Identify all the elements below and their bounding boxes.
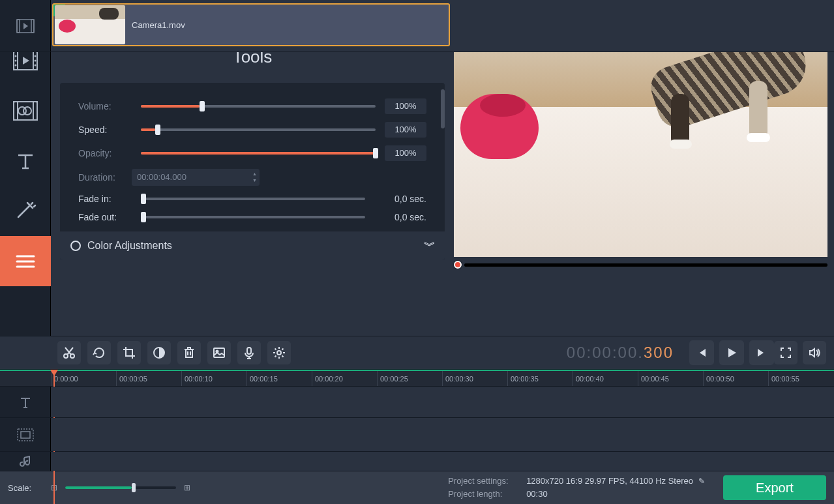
ruler-tick: 00:00:40 xyxy=(573,371,638,386)
ruler-tick: 00:00:25 xyxy=(377,371,442,386)
edit-settings-icon[interactable]: ✎ xyxy=(698,475,705,488)
track-overlay-head[interactable] xyxy=(0,418,51,451)
ruler-tick: 00:00:30 xyxy=(442,371,507,386)
opacity-slider[interactable] xyxy=(141,152,376,155)
track-overlay-body[interactable] xyxy=(51,418,834,451)
toolbar-row: 00:00:00.300 xyxy=(0,336,834,370)
crop-button[interactable] xyxy=(117,341,141,364)
fadein-label: Fade in: xyxy=(78,194,132,204)
track-video-body[interactable]: ★ Camera1.mov xyxy=(51,0,834,52)
fadein-value: 0,0 sec. xyxy=(374,194,426,204)
track-video: ★ Camera1.mov xyxy=(0,0,834,52)
svg-point-15 xyxy=(277,351,281,355)
rail-effects[interactable] xyxy=(0,186,51,236)
svg-marker-3 xyxy=(23,57,29,65)
left-rail xyxy=(0,35,51,336)
props-scrollbar[interactable] xyxy=(441,89,445,128)
svg-rect-5 xyxy=(14,102,18,120)
next-frame-button[interactable] xyxy=(749,340,774,365)
track-audio-head[interactable] xyxy=(0,452,51,471)
ruler-tick: 00:00:10 xyxy=(181,371,246,386)
track-audio-body[interactable] xyxy=(51,452,834,471)
clip-settings-button[interactable] xyxy=(267,341,291,364)
progress-playhead-icon[interactable] xyxy=(454,261,462,269)
prop-speed: Speed: 100% xyxy=(60,118,445,141)
clip-name: Camera1.mov xyxy=(132,20,185,30)
timeline: 0:00:00 00:00:05 00:00:10 00:00:15 00:00… xyxy=(0,370,834,471)
duration-label: Duration: xyxy=(78,172,132,183)
record-button[interactable] xyxy=(237,341,261,364)
preview-pane xyxy=(450,35,834,336)
ruler-tick: 00:00:55 xyxy=(768,371,833,386)
volume-slider[interactable] xyxy=(141,105,376,108)
track-titles-head[interactable] xyxy=(0,387,51,417)
svg-rect-6 xyxy=(33,102,37,120)
rail-more[interactable] xyxy=(0,236,51,286)
rail-filters[interactable] xyxy=(0,85,51,136)
color-adjustments-section[interactable]: Color Adjustments ︾ xyxy=(60,231,445,260)
ruler-tick: 00:00:35 xyxy=(507,371,573,386)
svg-rect-16 xyxy=(18,429,33,441)
track-audio xyxy=(0,452,834,471)
track-titles-body[interactable] xyxy=(51,387,834,417)
prop-duration: Duration: 00:00:04.000 ▲▼ xyxy=(60,165,445,190)
cut-button[interactable] xyxy=(57,341,81,364)
ruler-tick: 00:00:15 xyxy=(246,371,312,386)
fullscreen-button[interactable] xyxy=(774,341,797,364)
svg-rect-19 xyxy=(17,20,20,33)
image-button[interactable] xyxy=(207,341,231,364)
timeline-ruler[interactable]: 0:00:00 00:00:05 00:00:10 00:00:15 00:00… xyxy=(0,371,834,387)
prop-fadein: Fade in: 0,0 sec. xyxy=(60,190,445,208)
svg-marker-21 xyxy=(23,23,28,29)
prop-opacity: Opacity: 100% xyxy=(60,141,445,165)
duration-spinner[interactable]: ▲▼ xyxy=(252,171,257,184)
video-clip[interactable]: ★ Camera1.mov xyxy=(52,3,450,46)
chevron-down-icon: ︾ xyxy=(424,238,434,254)
preview-video[interactable] xyxy=(454,35,827,257)
svg-point-8 xyxy=(23,107,31,115)
svg-rect-20 xyxy=(31,20,34,33)
play-button[interactable] xyxy=(719,340,744,365)
opacity-value[interactable]: 100% xyxy=(385,145,426,161)
duration-input[interactable]: 00:00:04.000 ▲▼ xyxy=(132,169,260,186)
prop-volume: Volume: 100% xyxy=(60,95,445,118)
tools-panel: Tools Volume: 100% Speed: 100% Opacity: … xyxy=(51,35,450,336)
zoom-in-icon[interactable]: ⊞ xyxy=(181,483,193,492)
volume-button[interactable] xyxy=(803,341,826,364)
delete-button[interactable] xyxy=(177,341,201,364)
color-button[interactable] xyxy=(147,341,171,364)
fadeout-label: Fade out: xyxy=(78,212,132,222)
clip-thumbnail xyxy=(55,5,125,44)
length-value: 00:30 xyxy=(526,488,548,501)
speed-label: Speed: xyxy=(78,125,132,135)
footer: Scale: ⊟ ⊞ Project settings: 1280x720 16… xyxy=(0,471,834,504)
track-titles xyxy=(0,387,834,418)
properties-box: Volume: 100% Speed: 100% Opacity: 100% D… xyxy=(60,83,445,260)
prop-fadeout: Fade out: 0,0 sec. xyxy=(60,208,445,226)
ruler-tick: 00:00:50 xyxy=(703,371,768,386)
fadein-slider[interactable] xyxy=(141,198,365,200)
ruler-tick: 00:00:20 xyxy=(312,371,377,386)
settings-label: Project settings: xyxy=(448,475,526,488)
preview-timecode: 00:00:00.300 xyxy=(567,344,674,363)
export-button[interactable]: Export xyxy=(723,475,826,500)
prev-frame-button[interactable] xyxy=(689,340,714,365)
ruler-tick: 00:00:45 xyxy=(638,371,703,386)
project-info: Project settings: 1280x720 16:9 29.97 FP… xyxy=(448,475,705,501)
preview-progress[interactable] xyxy=(454,259,827,270)
rail-titles[interactable] xyxy=(0,136,51,186)
svg-rect-17 xyxy=(21,432,30,438)
speed-slider[interactable] xyxy=(141,128,376,131)
fadeout-slider[interactable] xyxy=(141,216,365,218)
rotate-button[interactable] xyxy=(87,341,111,364)
length-label: Project length: xyxy=(448,488,526,501)
volume-label: Volume: xyxy=(78,101,132,111)
svg-rect-12 xyxy=(214,348,224,357)
opacity-label: Opacity: xyxy=(78,148,132,158)
scale-slider[interactable] xyxy=(65,486,176,489)
speed-value[interactable]: 100% xyxy=(385,122,426,138)
volume-value[interactable]: 100% xyxy=(385,98,426,114)
svg-rect-14 xyxy=(247,348,251,354)
track-video-head[interactable] xyxy=(0,0,51,52)
section-label: Color Adjustments xyxy=(87,240,172,252)
